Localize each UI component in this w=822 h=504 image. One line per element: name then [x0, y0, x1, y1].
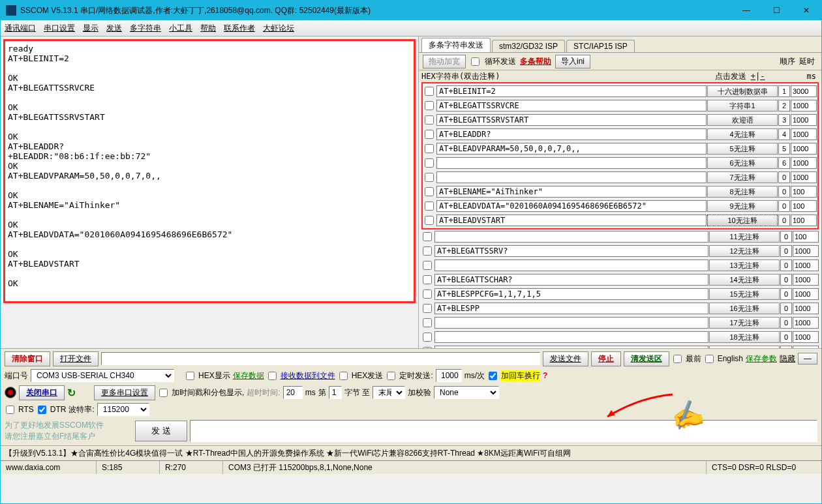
minimize-button[interactable]: — [731, 1, 761, 20]
close-button[interactable]: ✕ [791, 1, 821, 20]
timed-send-checkbox[interactable] [387, 372, 395, 380]
clear-window-button[interactable]: 清除窗口 [5, 351, 50, 366]
file-path-input[interactable] [101, 352, 540, 365]
timestamp-checkbox[interactable] [159, 389, 168, 397]
row-send-button[interactable]: 19无注释 [709, 346, 780, 348]
row-hex-checkbox[interactable] [425, 130, 434, 139]
row-delay-input[interactable] [793, 231, 819, 243]
menu-大虾论坛[interactable]: 大虾论坛 [263, 23, 294, 34]
row-send-button[interactable]: 8无注释 [707, 186, 778, 198]
row-order-input[interactable] [780, 331, 792, 343]
row-delay-input[interactable] [793, 245, 819, 257]
drag-widen-button[interactable]: 拖动加宽 [423, 55, 466, 68]
collapse-button[interactable]: — [798, 353, 817, 364]
status-url[interactable]: www.daxia.com [1, 461, 97, 474]
row-hex-checkbox[interactable] [423, 333, 432, 342]
row-delay-input[interactable] [791, 143, 817, 155]
row-command-input[interactable] [436, 128, 707, 140]
menu-通讯端口[interactable]: 通讯端口 [5, 23, 36, 34]
row-command-input[interactable] [436, 157, 707, 169]
menu-多字符串[interactable]: 多字符串 [130, 23, 161, 34]
row-hex-checkbox[interactable] [425, 158, 434, 168]
row-send-button[interactable]: 5无注释 [707, 143, 778, 155]
row-delay-input[interactable] [793, 317, 819, 329]
row-send-button[interactable]: 18无注释 [709, 331, 780, 343]
more-serial-button[interactable]: 更多串口设置 [94, 385, 155, 400]
hex-send-checkbox[interactable] [339, 372, 348, 380]
remove-row-button[interactable]: - [760, 72, 765, 81]
terminal-output[interactable]: ready AT+BLEINIT=2 OK AT+BLEGATTSSRVCRE … [3, 39, 416, 303]
row-order-input[interactable] [778, 143, 790, 155]
menu-显示[interactable]: 显示 [83, 23, 99, 34]
row-hex-checkbox[interactable] [423, 304, 432, 313]
row-delay-input[interactable] [793, 303, 819, 314]
import-ini-button[interactable]: 导入ini [555, 55, 590, 68]
row-command-input[interactable] [436, 215, 707, 226]
open-file-button[interactable]: 打开文件 [53, 351, 99, 366]
row-delay-input[interactable] [793, 259, 819, 271]
row-order-input[interactable] [780, 317, 792, 329]
row-delay-input[interactable] [791, 171, 817, 183]
row-delay-input[interactable] [791, 114, 817, 126]
row-delay-input[interactable] [793, 331, 819, 343]
row-order-input[interactable] [780, 274, 792, 286]
row-command-input[interactable] [434, 245, 708, 257]
save-data-link[interactable]: 保存数据 [233, 370, 264, 381]
send-button[interactable]: 发 送 [135, 421, 187, 441]
row-hex-checkbox[interactable] [423, 246, 432, 256]
row-command-input[interactable] [436, 100, 707, 111]
row-send-button[interactable]: 11无注释 [709, 231, 780, 243]
row-send-button[interactable]: 10无注释 [707, 215, 778, 226]
row-order-input[interactable] [780, 346, 792, 348]
row-hex-checkbox[interactable] [425, 144, 434, 153]
row-order-input[interactable] [780, 231, 792, 243]
row-hex-checkbox[interactable] [423, 232, 432, 241]
row-order-input[interactable] [778, 128, 790, 140]
send-file-button[interactable]: 发送文件 [543, 351, 588, 366]
send-textarea[interactable] [190, 420, 817, 442]
row-command-input[interactable] [434, 274, 708, 286]
port-select[interactable]: COM3 USB-SERIAL CH340 [31, 369, 174, 382]
baud-select[interactable]: 115200 [97, 403, 149, 416]
menu-串口设置[interactable]: 串口设置 [44, 23, 75, 34]
timeout-input[interactable] [283, 386, 303, 399]
row-send-button[interactable]: 16无注释 [709, 303, 780, 314]
byte-end-select[interactable]: 末尾 [373, 386, 405, 399]
row-delay-input[interactable] [793, 346, 819, 348]
hex-display-checkbox[interactable] [186, 372, 194, 380]
row-send-button[interactable]: 9无注释 [707, 200, 778, 212]
row-send-button[interactable]: 17无注释 [709, 317, 780, 329]
row-hex-checkbox[interactable] [425, 216, 434, 225]
clear-send-button[interactable]: 清发送区 [624, 351, 669, 366]
row-command-input[interactable] [436, 186, 707, 198]
row-delay-input[interactable] [791, 100, 817, 111]
row-delay-input[interactable] [791, 128, 817, 140]
row-delay-input[interactable] [791, 85, 817, 97]
row-delay-input[interactable] [791, 215, 817, 226]
row-hex-checkbox[interactable] [423, 318, 432, 327]
row-delay-input[interactable] [793, 274, 819, 286]
record-icon[interactable] [5, 387, 16, 398]
row-command-input[interactable] [436, 114, 707, 126]
add-row-button[interactable]: + [751, 72, 755, 81]
row-order-input[interactable] [780, 245, 792, 257]
recv-to-file-link[interactable]: 接收数据到文件 [281, 370, 335, 381]
row-command-input[interactable] [436, 200, 707, 212]
row-order-input[interactable] [778, 200, 790, 212]
menu-小工具[interactable]: 小工具 [169, 23, 192, 34]
row-send-button[interactable]: 14无注释 [709, 274, 780, 286]
row-hex-checkbox[interactable] [425, 101, 434, 110]
multi-help-link[interactable]: 多条帮助 [520, 56, 551, 67]
row-send-button[interactable]: 欢迎语 [707, 114, 778, 126]
menu-发送[interactable]: 发送 [106, 23, 122, 34]
row-send-button[interactable]: 13无注释 [709, 259, 780, 271]
row-command-input[interactable] [434, 346, 708, 348]
checksum-select[interactable]: None [434, 386, 499, 399]
row-order-input[interactable] [778, 85, 790, 97]
row-command-input[interactable] [434, 259, 708, 271]
menu-帮助[interactable]: 帮助 [200, 23, 216, 34]
row-send-button[interactable]: 7无注释 [707, 171, 778, 183]
row-delay-input[interactable] [793, 288, 819, 300]
save-params-link[interactable]: 保存参数 [746, 353, 777, 364]
tab-0[interactable]: 多条字符串发送 [421, 38, 491, 52]
